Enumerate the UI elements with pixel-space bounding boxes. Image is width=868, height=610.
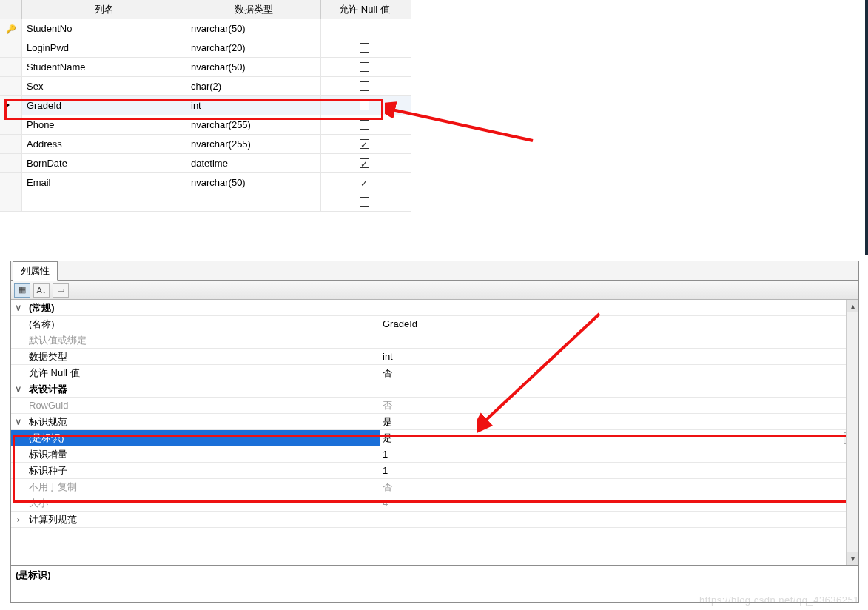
expand-icon[interactable]: ∨ (11, 381, 26, 397)
prop-identity-seed[interactable]: 标识种子 1 (11, 463, 858, 479)
alphabetical-view-button[interactable]: A↓ (33, 283, 50, 298)
row-gutter[interactable] (0, 77, 22, 95)
row-gutter[interactable] (0, 115, 22, 134)
cell-data-type[interactable] (186, 192, 321, 211)
grid-header-allownull[interactable]: 允许 Null 值 (321, 0, 408, 19)
cell-allow-null[interactable] (321, 38, 408, 57)
table-row[interactable]: StudentNamenvarchar(50) (0, 58, 411, 77)
expand-icon[interactable]: ∨ (11, 300, 26, 315)
cell-data-type[interactable]: nvarchar(255) (186, 135, 321, 153)
watermark: https://blog.csdn.net/qq_43636251 (699, 594, 859, 606)
expand-icon[interactable]: ∨ (11, 414, 26, 429)
row-gutter[interactable] (0, 96, 22, 115)
prop-value[interactable] (380, 332, 858, 348)
cell-column-name[interactable]: StudentName (22, 58, 186, 76)
prop-label: 允许 Null 值 (26, 365, 380, 381)
cell-column-name[interactable]: Address (22, 135, 186, 153)
table-row[interactable]: Addressnvarchar(255) (0, 135, 411, 154)
prop-group-tabledesigner[interactable]: ∨ 表设计器 (11, 381, 858, 398)
row-gutter[interactable] (0, 58, 22, 76)
row-gutter[interactable]: 🔑 (0, 19, 22, 38)
prop-value[interactable]: 1 (380, 446, 858, 462)
table-row[interactable]: GradeIdint (0, 96, 411, 115)
cell-allow-null[interactable] (321, 192, 408, 211)
cell-data-type[interactable]: nvarchar(50) (186, 19, 321, 38)
cell-allow-null[interactable] (321, 154, 408, 172)
prop-rowguid[interactable]: RowGuid 否 (11, 398, 858, 414)
allow-null-checkbox[interactable] (360, 158, 369, 168)
categorized-view-button[interactable]: ▦ (14, 283, 30, 298)
prop-default[interactable]: 默认值或绑定 (11, 332, 858, 349)
tab-column-properties[interactable]: 列属性 (13, 261, 58, 281)
cell-data-type[interactable]: int (186, 96, 321, 115)
vertical-scrollbar[interactable]: ▴ ▾ (846, 300, 858, 565)
allow-null-checkbox[interactable] (360, 139, 369, 149)
table-row[interactable]: 🔑StudentNonvarchar(50) (0, 19, 411, 38)
allow-null-checkbox[interactable] (360, 62, 369, 72)
cell-column-name[interactable]: Phone (22, 115, 186, 134)
prop-is-identity[interactable]: (是标识) 是 ▾ (11, 430, 858, 446)
row-gutter[interactable] (0, 38, 22, 57)
allow-null-checkbox[interactable] (360, 24, 369, 33)
prop-notforrepl[interactable]: 不用于复制 否 (11, 479, 858, 495)
cell-data-type[interactable]: char(2) (186, 77, 321, 95)
table-row[interactable]: Emailnvarchar(50) (0, 173, 411, 192)
prop-group-general[interactable]: ∨ (常规) (11, 300, 858, 316)
prop-value[interactable]: 否 (380, 365, 858, 381)
prop-name[interactable]: (名称) GradeId (11, 316, 858, 332)
table-row[interactable]: Phonenvarchar(255) (0, 115, 411, 135)
table-row[interactable]: BornDatedatetime (0, 154, 411, 173)
cell-column-name[interactable]: Sex (22, 77, 186, 95)
allow-null-checkbox[interactable] (360, 178, 369, 187)
cell-data-type[interactable]: datetime (186, 154, 321, 172)
table-row[interactable]: Sexchar(2) (0, 77, 411, 96)
prop-value[interactable] (380, 512, 858, 527)
row-gutter[interactable] (0, 135, 22, 153)
prop-value[interactable]: 是 ▾ (380, 430, 858, 446)
scroll-up-icon[interactable]: ▴ (847, 300, 858, 312)
allow-null-checkbox[interactable] (360, 120, 369, 130)
cell-data-type[interactable]: nvarchar(50) (186, 58, 321, 76)
grid-header-colname[interactable]: 列名 (22, 0, 186, 19)
table-row[interactable]: LoginPwdnvarchar(20) (0, 38, 411, 58)
cell-data-type[interactable]: nvarchar(50) (186, 173, 321, 192)
cell-column-name[interactable]: Email (22, 173, 186, 192)
prop-value[interactable]: GradeId (380, 316, 858, 332)
prop-value[interactable]: 1 (380, 463, 858, 478)
prop-size[interactable]: 大小 4 (11, 495, 858, 512)
prop-value[interactable]: 是 (380, 414, 858, 429)
cell-data-type[interactable]: nvarchar(255) (186, 115, 321, 134)
cell-column-name[interactable]: LoginPwd (22, 38, 186, 57)
prop-identity-spec[interactable]: ∨ 标识规范 是 (11, 414, 858, 430)
row-gutter[interactable] (0, 192, 22, 211)
prop-identity-increment[interactable]: 标识增量 1 (11, 446, 858, 463)
allow-null-checkbox[interactable] (360, 81, 369, 91)
expand-icon[interactable]: › (11, 512, 26, 527)
allow-null-checkbox[interactable] (360, 43, 369, 53)
properties-toolbar: ▦ A↓ ▭ (11, 281, 858, 300)
cell-allow-null[interactable] (321, 58, 408, 76)
allow-null-checkbox[interactable] (360, 101, 369, 110)
cell-allow-null[interactable] (321, 19, 408, 38)
prop-computed[interactable]: › 计算列规范 (11, 512, 858, 528)
cell-allow-null[interactable] (321, 77, 408, 95)
cell-data-type[interactable]: nvarchar(20) (186, 38, 321, 57)
table-row[interactable] (0, 192, 411, 212)
prop-datatype[interactable]: 数据类型 int (11, 349, 858, 365)
cell-column-name[interactable]: GradeId (22, 96, 186, 115)
cell-allow-null[interactable] (321, 173, 408, 192)
allow-null-checkbox[interactable] (360, 197, 369, 207)
cell-allow-null[interactable] (321, 96, 408, 115)
prop-value[interactable]: int (380, 349, 858, 364)
cell-column-name[interactable] (22, 192, 186, 211)
prop-allownull[interactable]: 允许 Null 值 否 (11, 365, 858, 381)
row-gutter[interactable] (0, 173, 22, 192)
cell-column-name[interactable]: BornDate (22, 154, 186, 172)
scroll-down-icon[interactable]: ▾ (847, 552, 858, 565)
cell-column-name[interactable]: StudentNo (22, 19, 186, 38)
row-gutter[interactable] (0, 154, 22, 172)
grid-header-datatype[interactable]: 数据类型 (186, 0, 321, 19)
property-pages-button[interactable]: ▭ (53, 283, 69, 298)
cell-allow-null[interactable] (321, 115, 408, 134)
cell-allow-null[interactable] (321, 135, 408, 153)
